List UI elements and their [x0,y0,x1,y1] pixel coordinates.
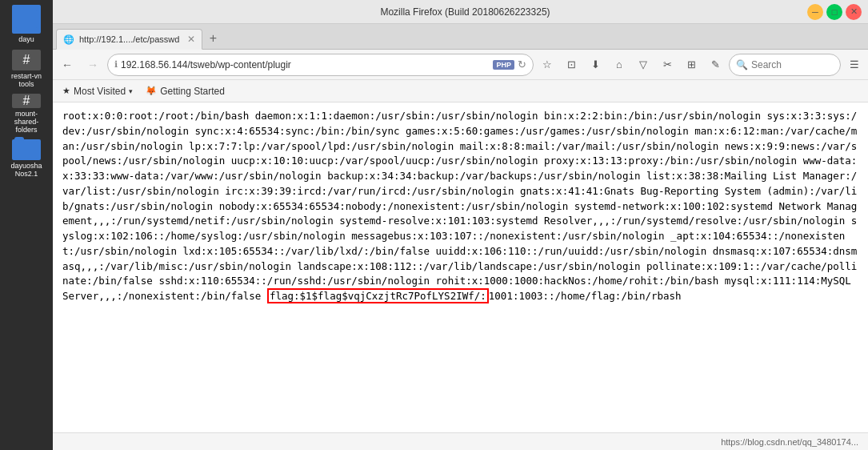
status-bar: https://blog.csdn.net/qq_3480174... [53,432,868,450]
taskbar-icon-mount[interactable]: # mount-shared-folders [7,94,46,133]
extension-button[interactable]: ✎ [705,54,726,75]
firefox-icon: 🦊 [146,86,157,96]
back-button[interactable]: ← [56,54,78,76]
minimize-button[interactable]: ─ [807,4,823,20]
bookmark-star-button[interactable]: ☆ [537,54,558,75]
pocket-button[interactable]: ▽ [633,54,654,75]
taskbar-icon-restart[interactable]: # restart-vn tools [7,50,46,88]
taskbar-label-dayu: dayu [18,35,34,43]
screenshot-button[interactable]: ✂ [657,54,678,75]
bookmarks-bar: ★ Most Visited ▾ 🦊 Getting Started [53,80,868,102]
tab-close-button[interactable]: ✕ [187,34,195,45]
home-button[interactable]: ⌂ [609,54,630,75]
new-tab-button[interactable]: + [202,28,223,49]
title-bar: Mozilla Firefox (Build 20180626223325) ─… [53,0,868,24]
download-button[interactable]: ⬇ [585,54,606,75]
address-input[interactable] [121,59,490,70]
tab-favicon: 🌐 [63,34,74,45]
search-bar[interactable]: 🔍 [729,54,841,76]
content-area[interactable]: root:x:0:0:root:/root:/bin/bash daemon:x… [53,102,868,432]
address-bar[interactable]: ℹ PHP ↻ [107,54,534,76]
file-icon-mount: # [12,94,41,108]
nav-bar: ← → ℹ PHP ↻ ☆ ⊡ ⬇ ⌂ ▽ ✂ ⊞ ✎ 🔍 ☰ [53,50,868,80]
close-button[interactable]: ✕ [846,4,862,20]
most-visited-bookmark[interactable]: ★ Most Visited ▾ [59,84,136,98]
info-icon: ℹ [114,59,118,70]
getting-started-label: Getting Started [160,86,225,97]
passwd-content: root:x:0:0:root:/root:/bin/bash daemon:x… [62,110,857,302]
library-button[interactable]: ⊞ [681,54,702,75]
most-visited-label: Most Visited [74,86,126,97]
taskbar-label-mount: mount-shared-folders [7,110,46,134]
flag-text-part1: flag:$1$flag$vqjCxzjtRc7PofLYS2IWf/: [270,290,486,302]
star-icon: ★ [62,86,70,96]
file-icon-restart: # [12,50,41,70]
sync-button[interactable]: ⊡ [561,54,582,75]
taskbar: dayu # restart-vn tools # mount-shared-f… [0,0,53,450]
chevron-down-icon: ▾ [129,87,133,95]
forward-button[interactable]: → [82,54,104,76]
tab-label: http://192.1..../etc/passwd [79,34,179,44]
active-tab[interactable]: 🌐 http://192.1..../etc/passwd ✕ [56,29,202,50]
search-input[interactable] [751,59,823,70]
maximize-button[interactable]: □ [826,4,842,20]
taskbar-label-dayuosha: dayuosha Nos2.1 [7,162,46,178]
window-title: Mozilla Firefox (Build 20180626223325) [123,6,807,18]
page-content: root:x:0:0:root:/root:/bin/bash daemon:x… [53,102,868,311]
folder-icon-dayuosha [12,139,41,160]
flag-text-part2: 1001:1003::/home/flag:/bin/rbash [489,290,682,302]
folder-icon [12,5,41,34]
taskbar-icon-dayu[interactable]: dayu [7,5,46,43]
reload-icon[interactable]: ↻ [518,58,526,70]
window-controls: ─ □ ✕ [807,4,862,20]
firefox-window: Mozilla Firefox (Build 20180626223325) ─… [53,0,868,450]
taskbar-label-restart: restart-vn tools [7,72,46,88]
getting-started-bookmark[interactable]: 🦊 Getting Started [142,84,228,98]
taskbar-icon-dayuosha[interactable]: dayuosha Nos2.1 [7,139,46,178]
menu-button[interactable]: ☰ [844,54,865,75]
search-icon: 🔍 [736,59,748,70]
tab-bar: 🌐 http://192.1..../etc/passwd ✕ + [53,24,868,50]
flag-highlighted: flag:$1$flag$vqjCxzjtRc7PofLYS2IWf/: [267,288,489,303]
status-url: https://blog.csdn.net/qq_3480174... [721,437,858,447]
php-badge: PHP [493,60,514,70]
